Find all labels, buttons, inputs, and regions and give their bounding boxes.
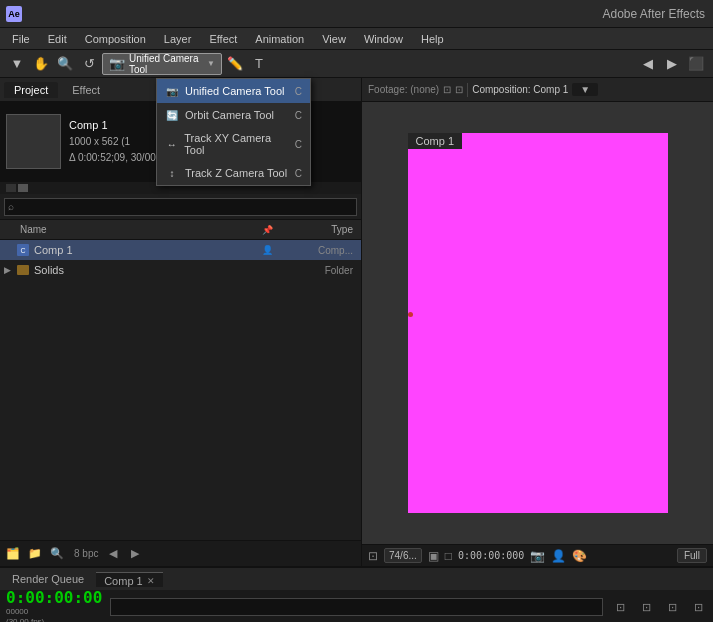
- list-header-type: Type: [277, 224, 357, 235]
- arrow-right-btn[interactable]: ▶: [126, 545, 144, 563]
- file-list: Name 📌 Type C Comp 1 👤 Comp... ▶ Solids: [0, 220, 361, 540]
- tl-icon-3[interactable]: ⊡: [663, 598, 681, 616]
- list-item-solids[interactable]: ▶ Solids Folder: [0, 260, 361, 280]
- menu-composition[interactable]: Composition: [77, 31, 154, 47]
- orbit-cam-shortcut: C: [295, 110, 302, 121]
- unified-cam-label: Unified Camera Tool: [185, 85, 284, 97]
- dropdown-item-unified[interactable]: 📷 Unified Camera Tool C: [157, 79, 310, 103]
- timeline-search-input[interactable]: [110, 598, 603, 616]
- project-search-input[interactable]: [4, 198, 357, 216]
- timeline-body: 0:00:00:00 00000 (30.00 fps) ⊡ ⊡ ⊡ ⊡: [0, 590, 713, 622]
- camera-tool-label: Unified Camera Tool: [129, 53, 201, 75]
- tool-extra-1[interactable]: ◀: [637, 53, 659, 75]
- comp-bottom-icon4[interactable]: 📷: [530, 549, 545, 563]
- timecode-block: 0:00:00:00 00000 (30.00 fps): [6, 588, 102, 622]
- comp-view: Comp 1: [362, 102, 713, 544]
- comp-bottom-icon2[interactable]: ▣: [428, 549, 439, 563]
- tab-render-queue[interactable]: Render Queue: [4, 571, 92, 587]
- comp1-type-icon: 👤: [262, 245, 273, 255]
- track-xy-label: Track XY Camera Tool: [184, 132, 288, 156]
- tool-arrow[interactable]: ▼: [6, 53, 28, 75]
- right-panel: Footage: (none) ⊡ ⊡ Composition: Comp 1 …: [362, 78, 713, 566]
- menu-help[interactable]: Help: [413, 31, 452, 47]
- comp-timecode: 0:00:00:000: [458, 550, 524, 561]
- anchor-point-dot: [408, 312, 413, 317]
- tab-effect[interactable]: Effect: [62, 82, 110, 98]
- comp-tab: Comp 1: [408, 133, 463, 149]
- main-layout: Project Effect Comp 1 1000 x 562 (1 Δ 0:…: [0, 78, 713, 566]
- comp-bottom-icon3[interactable]: □: [445, 549, 452, 563]
- menu-layer[interactable]: Layer: [156, 31, 200, 47]
- search-bar: ⌕: [0, 194, 361, 220]
- search-btn-bottom[interactable]: 🔍: [48, 545, 66, 563]
- comp-header-expand[interactable]: ▼: [572, 83, 598, 96]
- tool-extra-3[interactable]: ⬛: [685, 53, 707, 75]
- fps-line2: (30.00 fps): [6, 617, 102, 622]
- folder-btn[interactable]: 📁: [26, 545, 44, 563]
- tool-pen[interactable]: ✏️: [224, 53, 246, 75]
- comp-bottom-icon6[interactable]: 🎨: [572, 549, 587, 563]
- header-icon1: ⊡: [443, 84, 451, 95]
- tool-zoom[interactable]: 🔍: [54, 53, 76, 75]
- dropdown-item-track-xy[interactable]: ↔ Track XY Camera Tool C: [157, 127, 310, 161]
- track-z-label: Track Z Camera Tool: [185, 167, 287, 179]
- comp-icon: C: [16, 243, 30, 257]
- dropdown-item-orbit[interactable]: 🔄 Orbit Camera Tool C: [157, 103, 310, 127]
- tab-comp1-timeline[interactable]: Comp 1 ✕: [96, 572, 163, 587]
- comp-header-label: Composition: Comp 1: [472, 84, 568, 95]
- dropdown-item-track-z[interactable]: ↕ Track Z Camera Tool C: [157, 161, 310, 185]
- quality-dropdown[interactable]: Full: [677, 548, 707, 563]
- orbit-cam-icon: 🔄: [165, 108, 179, 122]
- footage-label: Footage: (none): [368, 84, 439, 95]
- menu-animation[interactable]: Animation: [247, 31, 312, 47]
- timeline-comp1-close[interactable]: ✕: [147, 576, 155, 586]
- search-icon: ⌕: [8, 201, 14, 212]
- track-xy-shortcut: C: [295, 139, 302, 150]
- comp1-name: Comp 1: [34, 244, 262, 256]
- tool-rotate[interactable]: ↺: [78, 53, 100, 75]
- app-title: Adobe After Effects: [602, 7, 705, 21]
- toolbar-right: ◀ ▶ ⬛: [637, 53, 707, 75]
- solids-type: Folder: [277, 265, 357, 276]
- timeline-area: Render Queue Comp 1 ✕ 0:00:00:00 00000 (…: [0, 566, 713, 622]
- tl-icon-4[interactable]: ⊡: [689, 598, 707, 616]
- header-icon2: ⊡: [455, 84, 463, 95]
- timeline-tabs: Render Queue Comp 1 ✕: [0, 568, 713, 590]
- camera-icon: 📷: [109, 56, 125, 71]
- fps-line1: 00000: [6, 607, 102, 617]
- list-item-comp1[interactable]: C Comp 1 👤 Comp...: [0, 240, 361, 260]
- toolbar: ▼ ✋ 🔍 ↺ 📷 Unified Camera Tool ▼ ✏️ T ◀ ▶…: [0, 50, 713, 78]
- zoom-dropdown[interactable]: 74/6...: [384, 548, 422, 563]
- unified-cam-shortcut: C: [295, 86, 302, 97]
- tool-extra-2[interactable]: ▶: [661, 53, 683, 75]
- menu-view[interactable]: View: [314, 31, 354, 47]
- row-expander-solids: ▶: [4, 265, 16, 275]
- comp-bottom-icon1[interactable]: ⊡: [368, 549, 378, 563]
- search-wrap: ⌕: [4, 198, 357, 216]
- comp1-type: Comp...: [277, 245, 357, 256]
- tool-text[interactable]: T: [248, 53, 270, 75]
- unified-cam-icon: 📷: [165, 84, 179, 98]
- comp-header: Footage: (none) ⊡ ⊡ Composition: Comp 1 …: [362, 78, 713, 102]
- color-settings-btn[interactable]: ◀: [104, 545, 122, 563]
- new-item-btn[interactable]: 🗂️: [4, 545, 22, 563]
- left-bottom-toolbar: 🗂️ 📁 🔍 8 bpc ◀ ▶: [0, 540, 361, 566]
- menu-bar: File Edit Composition Layer Effect Anima…: [0, 28, 713, 50]
- menu-file[interactable]: File: [4, 31, 38, 47]
- comp-bottom-icon5[interactable]: 👤: [551, 549, 566, 563]
- list-header-pin-icon: 📌: [262, 225, 273, 235]
- menu-window[interactable]: Window: [356, 31, 411, 47]
- menu-edit[interactable]: Edit: [40, 31, 75, 47]
- header-separator: [467, 83, 468, 97]
- folder-icon: [16, 263, 30, 277]
- tool-camera[interactable]: 📷 Unified Camera Tool ▼: [102, 53, 222, 75]
- ae-app-icon: Ae: [6, 6, 22, 22]
- menu-effect[interactable]: Effect: [201, 31, 245, 47]
- tool-hand[interactable]: ✋: [30, 53, 52, 75]
- tl-icon-2[interactable]: ⊡: [637, 598, 655, 616]
- list-header-name: Name: [20, 224, 262, 235]
- comp-bottom-bar: ⊡ 74/6... ▣ □ 0:00:00:000 📷 👤 🎨 Full: [362, 544, 713, 566]
- tab-project[interactable]: Project: [4, 82, 58, 98]
- track-z-icon: ↕: [165, 166, 179, 180]
- tl-icon-1[interactable]: ⊡: [611, 598, 629, 616]
